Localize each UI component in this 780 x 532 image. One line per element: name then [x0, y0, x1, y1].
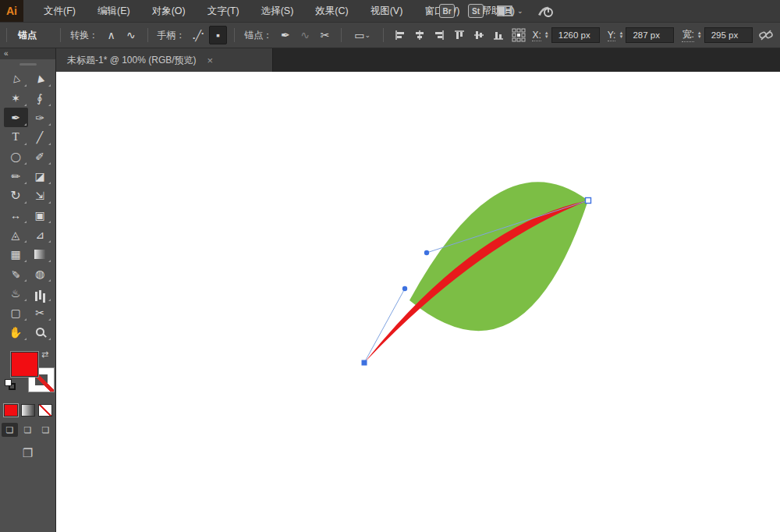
isolate-selection-button[interactable]: ▭ ⌄ — [349, 26, 376, 44]
artboard-canvas[interactable] — [56, 72, 780, 532]
y-label[interactable]: Y: — [608, 30, 616, 41]
line-segment-tool[interactable]: ╱ — [28, 127, 52, 147]
corner-point-icon: ∧ — [107, 29, 115, 41]
y-input[interactable]: 287 px — [626, 27, 674, 43]
curvature-tool[interactable]: ✑ — [28, 108, 52, 127]
width-tool[interactable]: ↔ — [4, 205, 28, 225]
cut-path-button[interactable]: ✂ — [316, 26, 334, 44]
scissors-icon: ✂ — [321, 29, 330, 41]
panel-drag-grip[interactable] — [20, 63, 37, 66]
bridge-icon[interactable]: Br — [439, 4, 455, 18]
share-power-icon[interactable] — [537, 4, 554, 18]
anchor-point-hollow[interactable] — [586, 198, 591, 204]
mesh-tool[interactable]: ▦ — [4, 244, 28, 264]
align-center-horizontal-button[interactable] — [410, 26, 428, 44]
type-tool[interactable]: T — [4, 127, 28, 147]
none-slash-icon — [39, 405, 51, 416]
shape-builder-tool[interactable]: ◬ — [4, 225, 28, 244]
menu-effect[interactable]: 效果(C) — [304, 0, 359, 22]
swap-fill-stroke-icon[interactable]: ⇄ — [41, 349, 48, 360]
perspective-grid-tool[interactable]: ⊿ — [28, 225, 52, 244]
remove-anchor-button[interactable]: ✒ — [276, 26, 294, 44]
document-tab[interactable]: 未标题-1* @ 100% (RGB/预览) × — [56, 48, 273, 72]
reference-point-locator[interactable] — [509, 26, 527, 44]
document-tabbar: 未标题-1* @ 100% (RGB/预览) × — [56, 48, 780, 72]
hide-handles-button[interactable]: ▪ — [209, 26, 227, 44]
eraser-tool[interactable]: ◪ — [28, 166, 52, 186]
menu-view[interactable]: 视图(V) — [360, 0, 414, 22]
lasso-tool[interactable]: ∮ — [28, 88, 52, 108]
artboard-tool[interactable]: ▢ — [4, 303, 28, 322]
width-input[interactable]: 295 px — [704, 27, 753, 43]
change-screen-mode-button[interactable]: ❐ — [23, 446, 33, 460]
perspective-grid-icon: ⊿ — [35, 229, 44, 241]
constrain-proportions-button[interactable] — [757, 26, 775, 44]
menu-type[interactable]: 文字(T) — [197, 0, 250, 22]
handles-label: 手柄： — [158, 29, 186, 42]
menu-object[interactable]: 对象(O) — [141, 0, 197, 22]
paintbrush-tool[interactable]: ✐ — [28, 147, 52, 166]
menu-select[interactable]: 选择(S) — [250, 0, 305, 22]
width-label[interactable]: 宽: — [682, 28, 693, 42]
align-top-button[interactable] — [450, 26, 468, 44]
column-graph-tool[interactable] — [28, 283, 52, 303]
menu-edit[interactable]: 编辑(E) — [87, 0, 141, 22]
default-fill-stroke-icon[interactable] — [5, 379, 16, 390]
magnifier-icon — [36, 328, 44, 336]
x-stepper[interactable]: ▲▼ — [544, 31, 549, 39]
gradient-tool[interactable] — [28, 244, 52, 264]
stock-icon[interactable]: St — [468, 4, 484, 18]
ellipse-icon: ◯ — [10, 151, 20, 162]
panel-collapse-button[interactable]: « — [0, 48, 55, 59]
control-point-handle[interactable] — [402, 286, 407, 291]
symbol-sprayer-tool[interactable]: ♨ — [4, 283, 28, 303]
zoom-tool[interactable] — [28, 322, 52, 342]
control-point-handle[interactable] — [424, 250, 429, 255]
color-button[interactable] — [4, 404, 18, 417]
y-stepper[interactable]: ▲▼ — [619, 31, 623, 39]
align-right-button[interactable] — [431, 26, 448, 44]
slice-tool[interactable]: ✂ — [28, 303, 52, 322]
align-bottom-button[interactable] — [490, 26, 508, 44]
draw-behind-button[interactable]: ❏ — [20, 423, 36, 437]
rotate-tool[interactable]: ↻ — [4, 186, 28, 205]
direct-selection-tool[interactable]: ▷ — [4, 69, 28, 88]
hand-tool[interactable]: ✋ — [4, 322, 28, 342]
fill-color-indicator[interactable] — [10, 351, 39, 378]
align-center-vertical-button[interactable] — [470, 26, 488, 44]
shape-builder-icon: ◬ — [12, 229, 20, 241]
selection-tool[interactable]: ▶ — [28, 69, 52, 88]
tool-panel: « ▷ ▶ ✶ ∮ ✒ ✑ T ╱ ◯ ✐ ✏ ◪ ↻ ⇲ ↔ ▣ ◬ ⊿ ▦ … — [0, 48, 56, 532]
x-label[interactable]: X: — [532, 30, 541, 41]
anchor-point-selected[interactable] — [362, 360, 367, 366]
leaf-shape[interactable] — [410, 182, 588, 331]
menu-file[interactable]: 文件(F) — [33, 0, 87, 22]
convert-to-corner-button[interactable]: ∧ — [102, 26, 120, 44]
eyedropper-tool[interactable]: ✎ — [4, 264, 28, 283]
scale-tool[interactable]: ⇲ — [28, 186, 52, 205]
width-stepper[interactable]: ▲▼ — [697, 31, 702, 39]
shaper-tool[interactable]: ✏ — [4, 166, 28, 186]
align-left-button[interactable] — [391, 26, 409, 44]
mesh-icon: ▦ — [10, 248, 20, 261]
magic-wand-tool[interactable]: ✶ — [4, 88, 28, 108]
gradient-button[interactable] — [21, 404, 35, 417]
show-handles-button[interactable]: ╱•• — [190, 26, 207, 44]
free-transform-tool[interactable]: ▣ — [28, 205, 52, 225]
separator — [383, 28, 384, 42]
workspace-switcher[interactable]: ⌄ — [497, 5, 523, 16]
drawing-modes-row: ❏ ❏ ❏ — [0, 423, 55, 437]
tab-close-button[interactable]: × — [207, 55, 214, 66]
pen-tool[interactable]: ✒ — [4, 108, 28, 127]
reference-grid-icon — [512, 28, 526, 42]
connect-endpoints-button[interactable]: ∿ — [296, 26, 314, 44]
chevron-down-icon: ⌄ — [365, 31, 371, 39]
draw-normal-button[interactable]: ❏ — [2, 423, 18, 437]
convert-to-smooth-button[interactable]: ∿ — [122, 26, 140, 44]
ellipse-tool[interactable]: ◯ — [4, 147, 28, 166]
none-button[interactable] — [38, 404, 52, 417]
eraser-icon: ◪ — [34, 170, 44, 183]
blend-tool[interactable]: ◍ — [28, 264, 52, 283]
x-input[interactable]: 1260 px — [551, 27, 600, 43]
draw-inside-button[interactable]: ❏ — [37, 423, 54, 437]
